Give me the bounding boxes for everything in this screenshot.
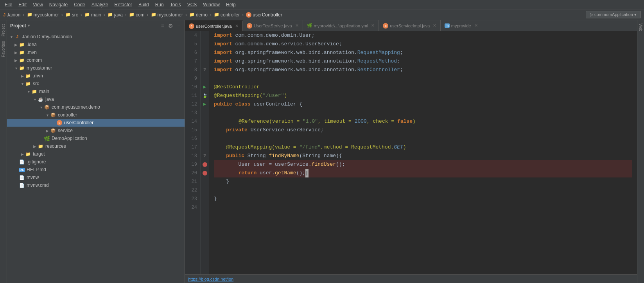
tab-close-userController[interactable]: ✕: [235, 23, 239, 29]
menu-navigate[interactable]: Navigate: [46, 1, 71, 8]
run-icon-12[interactable]: ▶: [203, 100, 206, 109]
favorites-tab-label[interactable]: Favorites: [0, 39, 6, 59]
tab-userTestSerive[interactable]: c UserTestSerive.java ✕: [243, 20, 303, 31]
code-content[interactable]: import com.comom.demo.domin.User; import…: [209, 31, 637, 274]
tree-item-helpmd[interactable]: MD HELP.md: [7, 166, 185, 174]
menu-edit[interactable]: Edit: [15, 1, 30, 8]
status-link[interactable]: https://blog.csdn.net/ion: [188, 277, 233, 281]
menu-file[interactable]: File: [2, 1, 15, 8]
sidebar-dropdown[interactable]: ▾: [28, 23, 30, 28]
menu-code[interactable]: Code: [71, 1, 88, 8]
kw-private-15: private: [214, 126, 251, 134]
tree-item-java[interactable]: ▾ ☕ java: [7, 95, 185, 103]
toggle-mycustomer[interactable]: ▾: [13, 66, 19, 70]
file-tree: ▾ J Janion D:\myJob\Janion ▶ 📁 .idea ▶ 📁…: [7, 31, 185, 283]
tree-item-idea[interactable]: ▶ 📁 .idea: [7, 41, 185, 48]
toggle-mvnw-cmd[interactable]: [13, 183, 19, 188]
toggle-helpmd[interactable]: [13, 168, 19, 172]
menu-vcs[interactable]: VCS: [184, 1, 200, 8]
toggle-main[interactable]: ▾: [26, 90, 31, 94]
tab-close-myprovide[interactable]: ✕: [474, 23, 478, 28]
toggle-janion[interactable]: ▾: [9, 35, 14, 39]
tree-item-userController[interactable]: c userController: [7, 119, 185, 127]
field-userService: userService;: [287, 126, 324, 134]
tree-item-main[interactable]: ▾ 📁 main: [7, 88, 185, 95]
toggle-idea[interactable]: ▶: [13, 43, 19, 47]
toggle-mvnw[interactable]: [13, 176, 19, 180]
menu-tools[interactable]: Tools: [167, 1, 184, 8]
menu-view[interactable]: View: [30, 1, 46, 8]
fold-icon-18[interactable]: ▽: [203, 152, 206, 160]
breakpoint-19[interactable]: [203, 162, 207, 167]
tree-item-com-mycustomer[interactable]: ▾ 📦 com.mycustomer.demo: [7, 103, 185, 111]
tree-item-mvn-cust[interactable]: ▶ 📁 .mvn: [7, 72, 185, 80]
tree-item-mycustomer[interactable]: ▾ 📁 mycustomer: [7, 64, 185, 72]
tab-userController[interactable]: c userController.java ✕: [185, 20, 243, 31]
tab-label-userTestSerive: UserTestSerive.java: [254, 23, 292, 28]
code-line-23: }: [214, 195, 632, 203]
tree-item-src[interactable]: ▾ 📁 src: [7, 80, 185, 88]
toggle-resources[interactable]: ▶: [32, 144, 38, 149]
sidebar-collapse-btn[interactable]: ≡: [160, 23, 165, 29]
tree-item-mvnw-cmd[interactable]: 📄 mvnw.cmd: [7, 181, 185, 189]
menu-analyze[interactable]: Analyze: [88, 1, 111, 8]
menu-build[interactable]: Build: [135, 1, 152, 8]
tab-userServiceImpl[interactable]: c userServiceImpl.java ✕: [379, 20, 441, 31]
fold-icon-8[interactable]: ▽: [203, 66, 206, 74]
linenum-11: 11: [188, 91, 197, 100]
toggle-com-mycustomer[interactable]: ▾: [38, 105, 44, 109]
tree-item-resources[interactable]: ▶ 📁 resources: [7, 142, 185, 150]
linenum-6: 6: [188, 48, 197, 57]
run-config-button[interactable]: ▷ commomApplication ▾: [586, 11, 641, 18]
tree-item-comom[interactable]: ▶ 📁 comom: [7, 56, 185, 64]
main-layout: Project Favorites Project ▾ ≡ ⚙ − ▾ J Ja…: [0, 20, 644, 283]
run-icon-10[interactable]: ▶: [203, 83, 206, 91]
toggle-gitignore[interactable]: [13, 160, 19, 164]
project-tab-label[interactable]: Project: [0, 22, 6, 39]
toggle-userController[interactable]: [51, 121, 56, 125]
tab-myprovide[interactable]: m myprovide ✕: [441, 20, 482, 31]
tree-item-controller[interactable]: ▾ 📦 controller: [7, 111, 185, 119]
tab-close-application[interactable]: ✕: [371, 23, 375, 28]
toggle-comom[interactable]: ▶: [13, 58, 19, 63]
sidebar-close-btn[interactable]: −: [176, 23, 181, 29]
tab-close-userTestSerive[interactable]: ✕: [295, 23, 299, 28]
kw-import-4: import: [214, 31, 235, 40]
breadcrumb[interactable]: J Janion › 📁 mycustomer › 📁 src › 📁 main…: [3, 12, 282, 18]
toggle-service[interactable]: ▶: [45, 129, 50, 133]
toggle-java[interactable]: ▾: [32, 97, 38, 102]
menu-help[interactable]: Help: [223, 1, 239, 8]
tab-close-userServiceImpl[interactable]: ✕: [433, 23, 436, 28]
code-editor[interactable]: 4 5 6 7 8 9 10 11 12 13 14 15 16 17 18 1…: [185, 31, 637, 274]
tree-item-mvnw[interactable]: 📄 mvnw: [7, 174, 185, 181]
linenum-22: 22: [188, 186, 197, 195]
toggle-mvn[interactable]: ▶: [13, 50, 19, 55]
tab-application[interactable]: 🌿 myprovide\...\application.yml ✕: [303, 20, 379, 31]
toggle-src[interactable]: ▾: [20, 82, 25, 86]
code-line-12: public class userController {: [214, 100, 632, 109]
breakpoint-20[interactable]: [203, 171, 207, 176]
toggle-DemoApplication[interactable]: [38, 136, 44, 141]
tab-label-userServiceImpl: userServiceImpl.java: [390, 23, 430, 28]
kw-import-5: import: [214, 40, 235, 48]
menu-window[interactable]: Window: [200, 1, 223, 8]
code-line-5: import com.comom.demo.service.UserServic…: [214, 40, 632, 48]
marker-11: 🍃: [202, 91, 208, 100]
tree-item-DemoApplication[interactable]: 🌿 DemoApplication: [7, 134, 185, 142]
tree-item-target[interactable]: ▶ 📁 target: [7, 150, 185, 158]
line-numbers: 4 5 6 7 8 9 10 11 12 13 14 15 16 17 18 1…: [185, 31, 201, 274]
tree-item-gitignore[interactable]: 📄 .gitignore: [7, 158, 185, 166]
menu-run[interactable]: Run: [152, 1, 167, 8]
toggle-controller[interactable]: ▾: [45, 113, 50, 117]
tree-item-mvn[interactable]: ▶ 📁 .mvn: [7, 48, 185, 56]
toggle-target[interactable]: ▶: [20, 152, 25, 156]
sidebar-settings-btn[interactable]: ⚙: [167, 23, 174, 29]
right-tab-label[interactable]: Web: [638, 20, 644, 34]
tree-item-janion[interactable]: ▾ J Janion D:\myJob\Janion: [7, 33, 185, 41]
menu-refactor[interactable]: Refactor: [111, 1, 135, 8]
tree-item-service[interactable]: ▶ 📦 service: [7, 127, 185, 134]
tree-label-resources: resources: [45, 143, 66, 149]
ann-restcontroller: @RestController: [214, 83, 260, 91]
tab-icon-userServiceImpl: c: [383, 23, 388, 29]
toggle-mvn-cust[interactable]: ▶: [20, 74, 25, 78]
